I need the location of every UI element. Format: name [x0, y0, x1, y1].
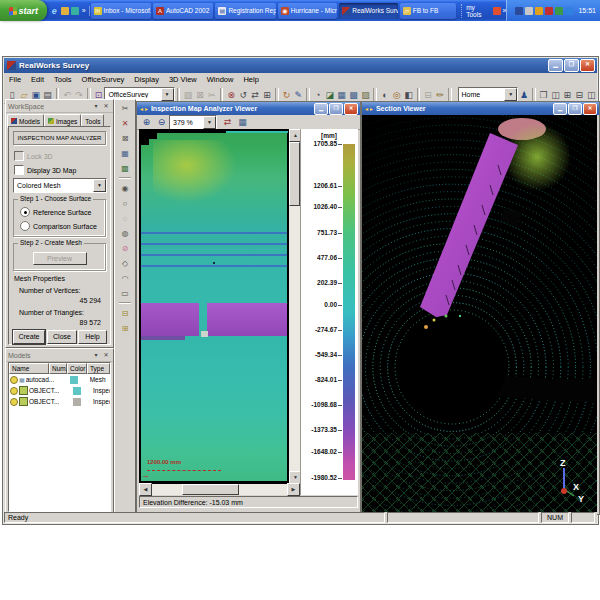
scrollbar-thumb[interactable]: [182, 484, 239, 495]
close-button[interactable]: ✕: [580, 59, 595, 72]
tile-windows-icon[interactable]: ◫: [550, 88, 562, 102]
refresh-icon[interactable]: ↻: [281, 88, 293, 102]
chart-icon[interactable]: ◪: [324, 88, 336, 102]
visibility-bulb-icon[interactable]: [10, 387, 18, 395]
section-3d-canvas[interactable]: Z X Y: [362, 115, 597, 512]
reference-surface-radio[interactable]: Reference Surface: [20, 207, 105, 217]
clock-icon[interactable]: ◔: [312, 88, 324, 102]
mesh-icon[interactable]: ▦: [336, 88, 348, 102]
tray-icon[interactable]: [545, 7, 553, 15]
grid-icon[interactable]: ▩: [348, 88, 360, 102]
flip-icon[interactable]: ◧: [403, 88, 415, 102]
mesh-tool-icon[interactable]: ▦: [118, 146, 133, 160]
table-row[interactable]: ▦ autocad... Mesh: [9, 374, 110, 385]
menu-3dview[interactable]: 3D View: [164, 74, 202, 85]
chevron-down-icon[interactable]: ▼: [93, 179, 106, 192]
minimize-button[interactable]: ▁: [314, 103, 328, 115]
close-button[interactable]: Close: [47, 330, 77, 344]
cut-section-icon[interactable]: ✂: [118, 101, 133, 115]
quicklaunch-icon[interactable]: [71, 7, 79, 15]
chevron-down-icon[interactable]: ▼: [504, 88, 517, 101]
split-horizontal-icon[interactable]: ⊟: [573, 88, 585, 102]
create-button[interactable]: Create: [13, 330, 45, 344]
pin-icon[interactable]: ▾: [91, 102, 101, 111]
tray-icon[interactable]: [555, 7, 563, 15]
split-vertical-icon[interactable]: ◫: [585, 88, 597, 102]
taskbar-button-hurricane[interactable]: ◉ Hurricane - Micro...: [278, 3, 337, 19]
zoom-in-icon[interactable]: ⊕: [139, 115, 154, 129]
checkbox-icon[interactable]: [14, 165, 24, 175]
pan-icon[interactable]: ⇄: [249, 88, 261, 102]
scroll-left-icon[interactable]: ◀: [139, 483, 152, 496]
annotate-icon[interactable]: ✏: [434, 88, 446, 102]
menu-file[interactable]: File: [4, 74, 26, 85]
column-type[interactable]: Type: [87, 363, 110, 374]
delete-icon[interactable]: ✕: [118, 116, 133, 130]
radio-icon[interactable]: [20, 221, 30, 231]
scrollbar-thumb[interactable]: [289, 142, 300, 206]
menu-display[interactable]: Display: [129, 74, 164, 85]
taskbar-button-realworks[interactable]: RealWorks Survey: [339, 3, 397, 19]
table-row[interactable]: OBJECT... Inspection: [9, 385, 110, 396]
tray-icon[interactable]: [535, 7, 543, 15]
comparison-surface-radio[interactable]: Comparison Surface: [20, 221, 105, 231]
taskbar-button-autocad[interactable]: A AutoCAD 2002: [153, 3, 213, 19]
zoom-extents-icon[interactable]: ⊞: [261, 88, 273, 102]
menu-tools[interactable]: Tools: [49, 74, 77, 85]
scroll-right-icon[interactable]: ▶: [287, 483, 300, 496]
edit-icon[interactable]: ✎: [292, 88, 304, 102]
start-button[interactable]: start: [0, 0, 47, 21]
app-titlebar[interactable]: RealWorks Survey ▁ ❐ ✕: [4, 58, 597, 73]
map-vertical-scrollbar[interactable]: ▲ ▼: [289, 129, 300, 484]
menu-edit[interactable]: Edit: [26, 74, 49, 85]
table-row[interactable]: OBJECT... Inspection: [9, 396, 110, 407]
texture-tool-icon[interactable]: ▩: [118, 161, 133, 175]
pin-icon[interactable]: ▾: [91, 351, 101, 360]
menu-window[interactable]: Window: [202, 74, 239, 85]
cascade-windows-icon[interactable]: ❐: [538, 88, 550, 102]
column-name[interactable]: Name: [9, 363, 49, 374]
help-button[interactable]: Help: [78, 330, 107, 344]
maximize-button[interactable]: ❐: [329, 103, 343, 115]
shade-tool-icon[interactable]: ◍: [118, 226, 133, 240]
quicklaunch-icon[interactable]: [61, 7, 69, 15]
map-viewer-titlebar[interactable]: ◄► Inspection Map Analyzer Viewer ▁ ❐ ✕: [137, 102, 360, 115]
home-view-combo[interactable]: Home ▼: [458, 87, 519, 102]
circle-tool-icon[interactable]: ○: [118, 196, 133, 210]
tray-icon[interactable]: [515, 7, 523, 15]
maximize-button[interactable]: ❐: [568, 103, 582, 115]
column-color[interactable]: Color: [67, 363, 87, 374]
tray-icon[interactable]: [565, 7, 573, 15]
target-icon[interactable]: ◎: [391, 88, 403, 102]
menu-help[interactable]: Help: [238, 74, 263, 85]
tray-icon[interactable]: [525, 7, 533, 15]
column-num[interactable]: Num...: [49, 363, 67, 374]
visibility-bulb-icon[interactable]: [10, 376, 18, 384]
link-icon[interactable]: ⊗: [225, 88, 237, 102]
mesh-type-combo[interactable]: Colored Mesh ▼: [13, 178, 107, 193]
visibility-bulb-icon[interactable]: [10, 398, 18, 406]
arc-tool-icon[interactable]: ◠: [118, 271, 133, 285]
close-icon[interactable]: ✕: [101, 351, 111, 360]
restore-windows-icon[interactable]: ⊞: [561, 88, 573, 102]
inspection-map-canvas[interactable]: 1200.00 mm →: [139, 129, 289, 484]
workspace-panel-titlebar[interactable]: WorkSpace ▾ ✕: [6, 100, 113, 113]
no-clip-icon[interactable]: ⊘: [118, 241, 133, 255]
ie-icon[interactable]: e: [52, 6, 57, 16]
map-horizontal-scrollbar[interactable]: ◀ ▶: [139, 484, 300, 495]
selection-icon[interactable]: ▧: [182, 88, 194, 102]
close-icon[interactable]: ✕: [101, 102, 111, 111]
lock-icon[interactable]: ⊟: [118, 306, 133, 320]
layout-icon[interactable]: ⊟: [422, 88, 434, 102]
chevron-down-icon[interactable]: ▼: [161, 88, 174, 101]
menu-officesurvey[interactable]: OfficeSurvey: [77, 74, 130, 85]
zoom-out-icon[interactable]: ⊖: [154, 115, 169, 129]
taskbar-button-fbtofb[interactable]: ▱ FB to FB: [400, 3, 457, 19]
fence-select-icon[interactable]: ⊠: [194, 88, 206, 102]
person-icon[interactable]: ♟: [518, 88, 530, 102]
chevron-down-icon[interactable]: ▼: [203, 116, 216, 129]
close-button[interactable]: ✕: [344, 103, 358, 115]
close-button[interactable]: ✕: [583, 103, 597, 115]
radio-icon[interactable]: [20, 207, 30, 217]
models-panel-titlebar[interactable]: Models ▾ ✕: [6, 349, 113, 362]
